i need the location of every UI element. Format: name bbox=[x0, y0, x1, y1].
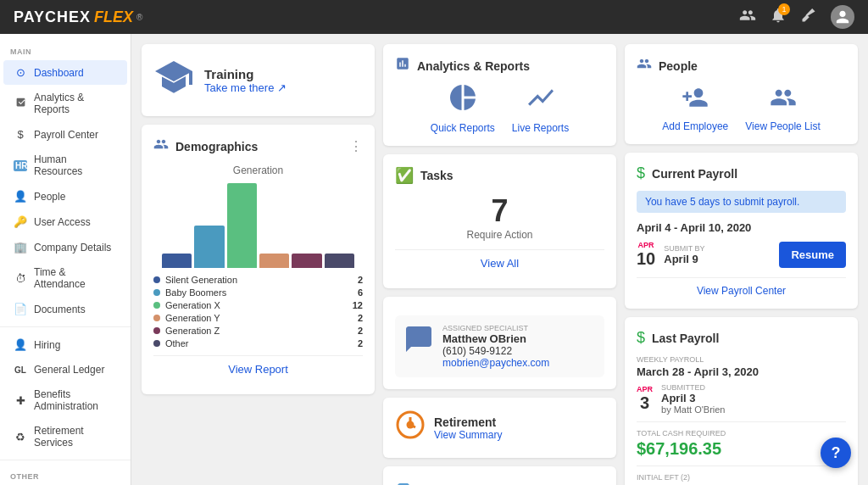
legend-label: Generation Y bbox=[165, 313, 220, 323]
time-icon: ⏱ bbox=[14, 272, 27, 285]
people-card-icon bbox=[637, 56, 652, 75]
sidebar-item-hiring[interactable]: 👤 Hiring bbox=[3, 332, 127, 357]
quick-reports-label: Quick Reports bbox=[431, 122, 495, 134]
tasks-view-all[interactable]: View All bbox=[395, 249, 604, 276]
legend-label: Generation X bbox=[165, 300, 220, 310]
legend: Silent Generation 2 Baby Boomers 6 Gener… bbox=[153, 275, 363, 348]
payroll-row: APR 10 SUBMIT BY April 9 Resume bbox=[637, 241, 846, 269]
sidebar-item-label: User Access bbox=[34, 216, 91, 228]
live-reports-item[interactable]: Live Reports bbox=[512, 82, 569, 134]
sidebar-item-gl[interactable]: GL General Ledger bbox=[3, 358, 127, 382]
last-payroll-apr-month: APR bbox=[637, 385, 653, 393]
sidebar-item-benefits[interactable]: ✚ Benefits Administration bbox=[3, 382, 127, 418]
legend-count: 2 bbox=[358, 326, 363, 336]
demographics-menu[interactable]: ⋮ bbox=[349, 138, 363, 154]
dashboard-icon: ⊙ bbox=[14, 66, 27, 79]
chart-bar bbox=[292, 254, 321, 268]
sidebar-item-dashboard[interactable]: ⊙ Dashboard bbox=[3, 60, 127, 85]
documents-icon: 📄 bbox=[14, 303, 27, 315]
specialist-email[interactable]: mobrien@paychex.com bbox=[442, 357, 549, 369]
logo-flex: FLEX bbox=[94, 8, 133, 26]
sidebar-item-label: Benefits Administration bbox=[34, 388, 117, 412]
sidebar-item-people[interactable]: 👤 People bbox=[3, 184, 127, 209]
sidebar-item-label: Payroll Center bbox=[34, 129, 98, 141]
total-cash-value: $67,196.35 bbox=[637, 439, 846, 459]
retirement-title: Retirement bbox=[434, 415, 502, 429]
last-payroll-submitted-by: by Matt O'Brien bbox=[661, 404, 846, 415]
view-report-button[interactable]: View Report bbox=[153, 355, 363, 382]
sidebar-item-time[interactable]: ⏱ Time & Attendance bbox=[3, 260, 127, 296]
payroll-apr-month: APR bbox=[638, 241, 654, 249]
demographics-card: Demographics ⋮ Generation Silent Generat… bbox=[142, 125, 375, 394]
sidebar-item-label: General Ledger bbox=[34, 364, 104, 376]
sidebar: MAIN ⊙ Dashboard Analytics & Reports $ P… bbox=[0, 34, 131, 485]
legend-label: Generation Z bbox=[165, 326, 220, 336]
col-right: People Add Employee bbox=[625, 44, 858, 485]
sidebar-item-label: Hiring bbox=[34, 339, 60, 351]
bell-icon[interactable] bbox=[800, 7, 817, 27]
sidebar-item-payroll[interactable]: $ Payroll Center bbox=[3, 122, 127, 147]
col-left: Training Take me there ↗ bbox=[142, 44, 375, 485]
payroll-submit-date: April 9 bbox=[664, 253, 771, 265]
sidebar-item-label: Time & Attendance bbox=[34, 266, 117, 290]
main-content: Training Take me there ↗ bbox=[131, 34, 868, 485]
notification-icon[interactable]: 1 bbox=[770, 7, 787, 27]
payroll-submit-label: SUBMIT BY bbox=[664, 244, 771, 253]
tools-card: Tools & Resources View Links bbox=[383, 466, 616, 485]
training-link[interactable]: Take me there ↗ bbox=[204, 81, 287, 94]
current-payroll-card: $ Current Payroll You have 5 days to sub… bbox=[625, 153, 858, 309]
view-payroll-center-link[interactable]: View Payroll Center bbox=[637, 277, 846, 297]
hr-icon: HR bbox=[14, 160, 27, 171]
add-employee-icon bbox=[662, 84, 728, 117]
payroll-icon: $ bbox=[14, 128, 27, 141]
retirement-link[interactable]: View Summary bbox=[434, 429, 502, 441]
resume-button[interactable]: Resume bbox=[779, 242, 846, 268]
user-access-icon: 🔑 bbox=[14, 215, 27, 228]
sidebar-item-company[interactable]: 🏢 Company Details bbox=[3, 235, 127, 259]
legend-count: 2 bbox=[358, 275, 363, 285]
view-people-label: View People List bbox=[745, 120, 821, 132]
sidebar-item-retirement[interactable]: ♻ Retirement Services bbox=[3, 419, 127, 454]
chart-bar bbox=[259, 254, 289, 268]
help-button[interactable]: ? bbox=[821, 438, 851, 468]
legend-item: Generation Z 2 bbox=[153, 326, 363, 336]
add-employee-item[interactable]: Add Employee bbox=[662, 84, 728, 132]
analytics-title: Analytics & Reports bbox=[417, 59, 530, 73]
users-icon[interactable] bbox=[739, 7, 756, 27]
logo: PAYCHEX FLEX ® bbox=[14, 8, 142, 26]
sidebar-other-label: OTHER bbox=[0, 465, 131, 484]
retirement-icon bbox=[395, 410, 426, 446]
current-payroll-title: Current Payroll bbox=[652, 167, 737, 181]
initial-eft-label: INITIAL EFT (2) bbox=[637, 473, 846, 482]
specialist-name: Matthew OBrien bbox=[442, 332, 549, 345]
gl-icon: GL bbox=[14, 365, 27, 375]
last-payroll-title: Last Payroll bbox=[652, 332, 719, 345]
tasks-check-icon: ✅ bbox=[395, 166, 414, 185]
legend-item: Baby Boomers 6 bbox=[153, 287, 363, 298]
sidebar-item-label: Documents bbox=[34, 304, 86, 315]
svg-point-1 bbox=[407, 421, 415, 429]
last-payroll-icon: $ bbox=[637, 329, 645, 347]
sidebar-item-analytics[interactable]: Analytics & Reports bbox=[3, 86, 127, 121]
analytics-card: Analytics & Reports Quick Reports bbox=[383, 44, 616, 146]
legend-count: 12 bbox=[353, 300, 363, 310]
sidebar-item-label: Human Resources bbox=[34, 153, 117, 177]
people-icon: 👤 bbox=[14, 190, 27, 203]
specialist-icon bbox=[403, 324, 434, 360]
sidebar-item-hr[interactable]: HR Human Resources bbox=[3, 148, 127, 183]
last-payroll-apr-day: 3 bbox=[640, 393, 649, 413]
tools-icon bbox=[395, 478, 426, 485]
total-cash-label: TOTAL CASH REQUIRED bbox=[637, 429, 846, 438]
sidebar-item-documents[interactable]: 📄 Documents bbox=[3, 297, 127, 321]
quick-reports-item[interactable]: Quick Reports bbox=[431, 82, 495, 134]
legend-item: Other 2 bbox=[153, 338, 363, 348]
legend-count: 2 bbox=[358, 338, 363, 348]
view-people-icon bbox=[745, 84, 821, 117]
sidebar-item-useraccess[interactable]: 🔑 User Access bbox=[3, 209, 127, 234]
logo-paychex: PAYCHEX bbox=[14, 8, 91, 26]
notification-badge: 1 bbox=[778, 3, 790, 15]
chart-bar bbox=[162, 254, 192, 268]
view-people-item[interactable]: View People List bbox=[745, 84, 821, 132]
retirement-card: Retirement View Summary bbox=[383, 398, 616, 458]
avatar[interactable] bbox=[831, 5, 854, 29]
